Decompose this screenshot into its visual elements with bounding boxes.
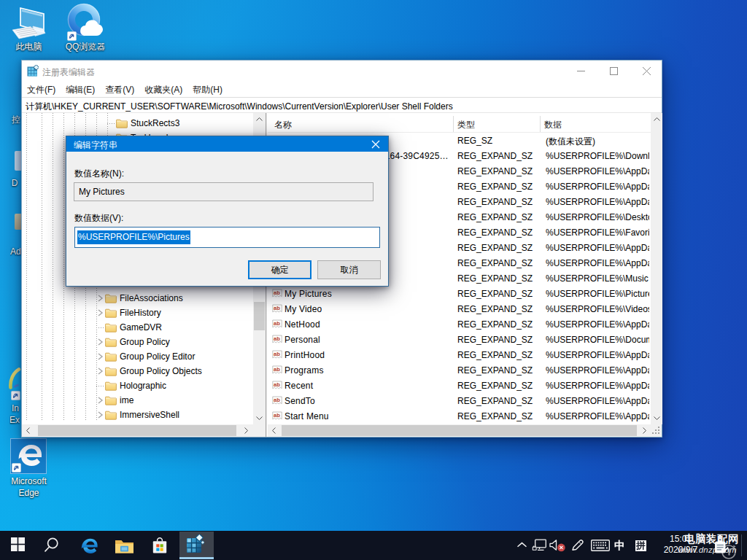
expand-chevron-icon[interactable] [94, 291, 106, 306]
scroll-up-arrow[interactable] [651, 113, 662, 125]
tree-hscrollbar-thumb[interactable] [38, 425, 236, 436]
value-name[interactable]: NetHood [285, 319, 449, 330]
tree-item-label[interactable]: FileAssociations [120, 291, 183, 306]
scroll-right-arrow[interactable] [240, 424, 252, 437]
value-name[interactable]: Programs [285, 365, 449, 376]
registry-value-row[interactable]: PersonalREG_EXPAND_SZ%USERPROFILE%\Docum… [268, 332, 651, 348]
desktop-icon-partial[interactable] [15, 151, 21, 171]
ime-pinyin-indicator[interactable]: 拼 [635, 540, 646, 551]
internet-explorer-icon[interactable] [8, 368, 21, 403]
volume-muted-icon[interactable] [549, 539, 566, 552]
registry-value-row[interactable]: My VideoREG_EXPAND_SZ%USERPROFILE%\Video… [268, 302, 651, 317]
desktop-icon-label-partial[interactable]: Adm [10, 246, 21, 257]
scroll-left-arrow[interactable] [268, 424, 280, 437]
tree-item-label[interactable]: Holographic [120, 378, 166, 393]
registry-value-row[interactable]: PrintHoodREG_EXPAND_SZ%USERPROFILE%\AppD… [268, 348, 651, 363]
expand-chevron-icon[interactable] [94, 408, 106, 422]
tree-item[interactable]: GameDVR [22, 320, 253, 335]
dialog-close-button[interactable] [363, 136, 388, 152]
tree-item-label[interactable]: Group Policy Objects [120, 364, 202, 378]
value-name[interactable]: My Video [285, 304, 449, 314]
window-titlebar[interactable]: 注册表编辑器 [22, 61, 662, 82]
scroll-down-arrow[interactable] [651, 412, 662, 424]
scroll-up-arrow[interactable] [253, 113, 266, 125]
menu-item-3[interactable]: 收藏夹(A) [139, 82, 187, 97]
list-vertical-scrollbar[interactable] [651, 113, 662, 424]
scroll-right-arrow[interactable] [638, 424, 651, 437]
desktop-icon-partial[interactable] [15, 214, 21, 230]
tree-item-label[interactable]: ImmersiveShell [120, 408, 179, 422]
expand-chevron-icon[interactable] [94, 364, 106, 378]
start-button[interactable] [11, 537, 25, 551]
tray-chevron-icon[interactable] [516, 542, 527, 548]
value-name[interactable]: My Pictures [285, 289, 449, 299]
tree-item[interactable]: FileAssociations [22, 291, 253, 306]
desktop-icon-label-partial[interactable]: D [11, 178, 18, 188]
tree-horizontal-scrollbar[interactable] [22, 424, 266, 437]
cancel-button[interactable]: 取消 [317, 260, 381, 279]
column-separator[interactable] [540, 116, 541, 132]
menu-item-2[interactable]: 查看(V) [100, 82, 139, 97]
internet-explorer-label[interactable]: Ex [9, 415, 20, 425]
scroll-left-arrow[interactable] [22, 424, 34, 437]
tree-item[interactable]: StuckRects3 [22, 116, 253, 131]
menu-item-1[interactable]: 编辑(E) [61, 82, 100, 97]
tree-item[interactable]: FileHistory [22, 306, 253, 320]
tree-item-label[interactable]: GameDVR [120, 320, 162, 335]
tree-item-label[interactable]: ime [120, 393, 133, 408]
value-name[interactable]: Start Menu [285, 411, 449, 421]
tree-item[interactable]: Holographic [22, 378, 253, 393]
windows-ink-pen-icon[interactable] [570, 538, 584, 552]
microsoft-edge-label[interactable]: Edge [7, 488, 51, 498]
registry-value-row[interactable]: Start MenuREG_EXPAND_SZ%USERPROFILE%\App… [268, 409, 651, 424]
ok-button[interactable]: 确定 [248, 260, 311, 279]
dialog-titlebar[interactable]: 编辑字符串 [66, 136, 388, 152]
column-header-type[interactable]: 类型 [457, 119, 475, 131]
touch-keyboard-icon[interactable] [591, 540, 610, 551]
tree-item-label[interactable]: Group Policy Editor [120, 349, 195, 364]
registry-value-row[interactable]: My PicturesREG_EXPAND_SZ%USERPROFILE%\Pi… [268, 287, 651, 302]
tree-scrollbar-thumb[interactable] [254, 302, 265, 330]
list-horizontal-scrollbar[interactable] [268, 424, 651, 437]
this-pc-label[interactable]: 此电脑 [7, 42, 51, 52]
taskbar-regedit-icon[interactable] [185, 534, 204, 554]
value-name-field[interactable]: My Pictures [74, 182, 374, 201]
registry-value-row[interactable]: SendToREG_EXPAND_SZ%USERPROFILE%\AppData… [268, 394, 651, 409]
tree-item[interactable]: ime [22, 393, 253, 408]
tree-item-label[interactable]: FileHistory [120, 306, 161, 320]
resize-grip[interactable] [651, 424, 662, 437]
value-name[interactable]: SendTo [285, 396, 449, 406]
qq-browser-label[interactable]: QQ浏览器 [62, 42, 109, 52]
value-name[interactable]: Recent [285, 381, 449, 391]
expand-chevron-icon[interactable] [94, 306, 106, 320]
value-name[interactable]: PrintHood [285, 350, 449, 360]
qq-browser-icon[interactable] [65, 2, 104, 44]
value-name[interactable]: Personal [285, 335, 449, 345]
tree-item[interactable]: Group Policy Editor [22, 349, 253, 364]
tree-item[interactable]: Group Policy [22, 335, 253, 349]
column-header-name[interactable]: 名称 [274, 119, 292, 131]
search-icon[interactable] [44, 537, 59, 553]
this-pc-icon[interactable] [11, 4, 46, 43]
value-data-field[interactable]: %USERPROFILE%\Pictures [74, 227, 380, 248]
internet-explorer-label[interactable]: In [11, 403, 20, 413]
taskbar-store-icon[interactable] [151, 537, 169, 554]
registry-value-row[interactable]: RecentREG_EXPAND_SZ%USERPROFILE%\AppData… [268, 378, 651, 394]
minimize-button[interactable] [565, 61, 597, 81]
address-bar[interactable]: 计算机\HKEY_CURRENT_USER\SOFTWARE\Microsoft… [22, 97, 662, 113]
registry-value-row[interactable]: NetHoodREG_EXPAND_SZ%USERPROFILE%\AppDat… [268, 317, 651, 332]
column-separator[interactable] [453, 116, 454, 132]
desktop-icon-label-partial[interactable]: 控 [11, 114, 21, 125]
taskbar-edge-icon[interactable] [80, 537, 98, 555]
tree-item[interactable]: ImmersiveShell [22, 408, 253, 422]
scroll-down-arrow[interactable] [253, 412, 266, 424]
expand-chevron-icon[interactable] [94, 393, 106, 408]
tree-item[interactable]: Group Policy Objects [22, 364, 253, 378]
expand-chevron-icon[interactable] [94, 349, 106, 364]
column-header-data[interactable]: 数据 [544, 119, 562, 131]
registry-value-row[interactable]: ProgramsREG_EXPAND_SZ%USERPROFILE%\AppDa… [268, 363, 651, 378]
microsoft-edge-label[interactable]: Microsoft [7, 476, 51, 486]
close-button[interactable] [630, 61, 663, 81]
menu-item-4[interactable]: 帮助(H) [187, 82, 228, 97]
ime-language-indicator[interactable]: 中 [614, 539, 625, 553]
